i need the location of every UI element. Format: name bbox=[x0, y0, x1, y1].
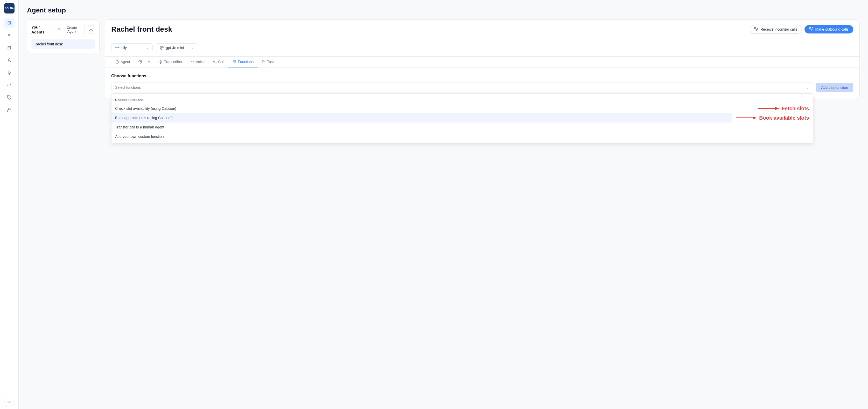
model-selector[interactable]: gpt-4o mini ⌄ bbox=[156, 43, 197, 52]
select-functions-dropdown[interactable]: Select functions ⌄ bbox=[111, 83, 813, 92]
tab-transcriber[interactable]: Transcriber bbox=[155, 57, 186, 67]
sidebar-item-lock[interactable] bbox=[4, 105, 14, 115]
arrow-book-slots-icon bbox=[736, 115, 756, 120]
sidebar-item-code[interactable] bbox=[4, 80, 14, 90]
gear-icon bbox=[160, 46, 164, 50]
svg-rect-5 bbox=[7, 110, 11, 112]
voice-tab-icon bbox=[191, 60, 194, 64]
functions-tab-icon bbox=[232, 60, 236, 64]
tab-llm[interactable]: LLM bbox=[134, 57, 155, 67]
agent-header-actions: Receive incoming calls Make outbound cal… bbox=[750, 25, 853, 34]
tasks-tab-icon bbox=[262, 60, 266, 64]
select-functions-row: Select functions ⌄ Choose functions Chec… bbox=[111, 83, 853, 92]
agent-selectors: Lily ⌄ gpt-4o mini ⌄ bbox=[105, 39, 860, 57]
svg-marker-21 bbox=[753, 116, 756, 119]
tab-agent[interactable]: Agent bbox=[111, 57, 134, 67]
dropdown-item-book-appointments[interactable]: Book appointments (using Cal.com) bbox=[112, 113, 732, 122]
dropdown-chevron-icon: ⌄ bbox=[806, 85, 809, 90]
agents-panel-actions: ⊕ Create Agent bbox=[54, 24, 95, 35]
svg-point-9 bbox=[161, 47, 162, 48]
add-function-button[interactable]: Add this function bbox=[816, 83, 853, 92]
phone-incoming-icon bbox=[754, 27, 758, 31]
page-title: Agent setup bbox=[27, 6, 860, 14]
agents-panel: Your Agents ⊕ Create Agent Rachel front … bbox=[27, 20, 99, 53]
tab-call[interactable]: Call bbox=[209, 57, 228, 67]
sidebar-expand-button[interactable]: >> bbox=[4, 399, 14, 406]
transcriber-tab-icon bbox=[159, 60, 162, 64]
tab-functions[interactable]: Functions bbox=[228, 57, 258, 67]
functions-panel: Choose functions Select functions ⌄ Choo… bbox=[105, 67, 860, 98]
voice-selector[interactable]: Lily ⌄ bbox=[111, 43, 153, 52]
dropdown-item-row-0: Check slot availability (using Cal.com) … bbox=[112, 104, 813, 113]
svg-line-7 bbox=[757, 28, 758, 29]
sidebar-item-mic[interactable] bbox=[4, 67, 14, 78]
phone-outbound-icon bbox=[809, 27, 813, 31]
plus-icon: ⊕ bbox=[57, 27, 61, 32]
download-icon bbox=[89, 28, 93, 32]
agents-panel-header: Your Agents ⊕ Create Agent bbox=[31, 24, 95, 35]
agent-name-title: Rachel front desk bbox=[111, 25, 172, 33]
svg-rect-14 bbox=[233, 60, 234, 61]
model-chevron-icon: ⌄ bbox=[191, 46, 193, 50]
dropdown-header: Choose functions bbox=[112, 96, 813, 104]
app-layout: BOLNA ⊞ ≡ ⊟ >> Agent setup bbox=[0, 0, 868, 409]
svg-line-8 bbox=[812, 28, 813, 29]
tab-voice[interactable]: Voice bbox=[186, 57, 209, 67]
sidebar-item-inbox[interactable]: ⊟ bbox=[4, 42, 14, 53]
functions-dropdown-container: Select functions ⌄ Choose functions Chec… bbox=[111, 83, 813, 92]
voice-chevron-icon: ⌄ bbox=[146, 46, 149, 50]
svg-rect-1 bbox=[8, 71, 10, 73]
agent-item-rachel[interactable]: Rachel front desk bbox=[31, 39, 95, 49]
arrow-fetch-slots-icon bbox=[758, 106, 779, 111]
svg-point-0 bbox=[8, 59, 10, 60]
functions-title: Choose functions bbox=[111, 74, 853, 78]
functions-dropdown-menu: Choose functions Check slot availability… bbox=[111, 93, 813, 144]
sidebar-item-agents[interactable] bbox=[4, 55, 14, 65]
svg-rect-15 bbox=[235, 60, 236, 61]
dropdown-item-row-1: Book appointments (using Cal.com) Book a… bbox=[112, 113, 813, 122]
dropdown-item-transfer-call[interactable]: Transfer call to a human agent bbox=[112, 122, 813, 132]
svg-point-10 bbox=[140, 61, 141, 62]
sidebar-item-list[interactable]: ≡ bbox=[4, 30, 14, 40]
sidebar: BOLNA ⊞ ≡ ⊟ >> bbox=[0, 0, 19, 409]
annotation-book-slots: Book available slots bbox=[732, 115, 813, 121]
dropdown-item-custom-function[interactable]: Add your own custom function bbox=[112, 132, 813, 141]
annotation-fetch-slots: Fetch slots bbox=[754, 106, 813, 112]
agent-setup-panel: Rachel front desk Receive incoming calls… bbox=[105, 20, 860, 99]
waveform-icon bbox=[115, 46, 119, 50]
agents-panel-title: Your Agents bbox=[31, 25, 54, 35]
app-logo: BOLNA bbox=[4, 3, 14, 13]
download-button[interactable] bbox=[87, 25, 95, 34]
svg-rect-17 bbox=[233, 62, 234, 63]
outbound-calls-button[interactable]: Make outbound calls bbox=[804, 25, 853, 33]
svg-marker-19 bbox=[775, 107, 779, 110]
sidebar-item-puzzle[interactable] bbox=[4, 92, 14, 103]
agent-tab-icon bbox=[115, 60, 119, 64]
agent-tabs: Agent LLM Transcriber Voice bbox=[105, 57, 860, 67]
svg-rect-16 bbox=[235, 62, 236, 63]
tab-tasks[interactable]: Tasks bbox=[258, 57, 281, 67]
dropdown-item-check-slot[interactable]: Check slot availability (using Cal.com) bbox=[112, 104, 754, 113]
svg-rect-11 bbox=[160, 60, 161, 62]
main-content: Agent setup Your Agents ⊕ Create Agent bbox=[19, 0, 868, 409]
call-tab-icon bbox=[213, 60, 216, 64]
sidebar-item-grid[interactable]: ⊞ bbox=[4, 18, 14, 28]
create-agent-button[interactable]: ⊕ Create Agent bbox=[54, 24, 85, 35]
receive-calls-button[interactable]: Receive incoming calls bbox=[750, 25, 802, 34]
llm-tab-icon bbox=[138, 60, 142, 64]
content-layout: Your Agents ⊕ Create Agent Rachel front … bbox=[27, 20, 860, 99]
agent-setup-header: Rachel front desk Receive incoming calls… bbox=[105, 20, 860, 39]
